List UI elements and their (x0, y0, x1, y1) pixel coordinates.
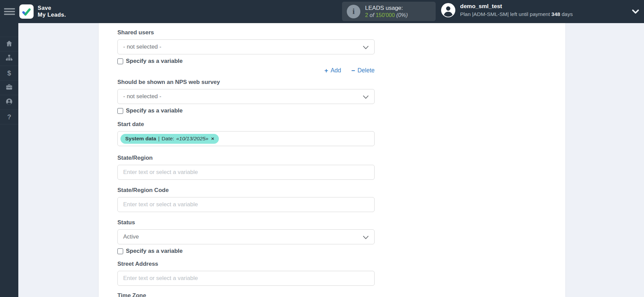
select-value: Active (123, 233, 139, 240)
field-group-street-address: Street Address (117, 260, 375, 286)
field-group-shared-users: Shared users - not selected - Specify as… (117, 29, 375, 74)
field-group-nps-survey: Should be shown an NPS web survey - not … (117, 78, 375, 115)
sidebar-item-billing[interactable]: $ (0, 66, 18, 81)
variable-chip[interactable]: System data | Date: «10/13/2025» × (120, 134, 219, 144)
specify-variable-checkbox[interactable] (117, 248, 123, 254)
specify-variable-label: Specify as a variable (126, 58, 183, 65)
sidebar-item-connections[interactable] (0, 51, 18, 66)
sidebar-item-services[interactable] (0, 81, 18, 95)
account-user-icon (5, 98, 13, 107)
days-left-value: 348 (551, 11, 560, 17)
chevron-down-icon (363, 45, 369, 51)
usage-percent: (0%) (396, 12, 408, 18)
logo-line2: My Leads. (38, 12, 66, 18)
field-group-state-region: State/Region (117, 154, 375, 180)
select-value: - not selected - (123, 93, 161, 100)
services-briefcase-icon (5, 83, 13, 92)
delete-button[interactable]: − Delete (351, 67, 375, 74)
state-region-code-input[interactable] (117, 197, 375, 212)
field-mapping-form: Shared users - not selected - Specify as… (117, 23, 375, 297)
sidebar-item-help[interactable]: ? (0, 110, 18, 124)
logo-line1: Save (38, 5, 66, 12)
home-icon (5, 40, 13, 49)
field-group-state-region-code: State/Region Code (117, 187, 375, 212)
user-account-block[interactable]: demo_sml_test Plan |ADM-SML-SM| left unt… (441, 3, 573, 17)
field-label: Street Address (117, 260, 375, 268)
specify-variable-label: Specify as a variable (126, 107, 183, 114)
user-avatar-icon (441, 3, 455, 17)
days-word: days (562, 11, 573, 17)
specify-variable-label: Specify as a variable (126, 248, 183, 255)
user-plan-info: Plan |ADM-SML-SM| left until payment 348… (460, 11, 573, 17)
leads-usage-badge[interactable]: i LEADS usage: 2 of 150'000 (0%) (342, 2, 436, 21)
field-label: State/Region Code (117, 187, 375, 194)
field-label: Shared users (117, 29, 375, 36)
usage-stats: 2 of 150'000 (0%) (365, 12, 408, 18)
help-question-icon: ? (7, 113, 11, 120)
add-button[interactable]: + Add (324, 67, 341, 74)
info-icon: i (347, 5, 360, 18)
usage-total: 150'000 (376, 12, 395, 18)
user-name: demo_sml_test (460, 3, 573, 10)
select-value: - not selected - (123, 43, 161, 50)
usage-used: 2 (365, 12, 368, 18)
shared-users-select[interactable]: - not selected - (117, 39, 375, 54)
chip-source: System data (125, 136, 156, 142)
sidebar-item-home[interactable] (0, 37, 18, 51)
usage-of: of (370, 12, 374, 18)
status-select[interactable]: Active (117, 229, 375, 244)
logo-text: Save My Leads. (38, 5, 66, 18)
field-group-time-zone: Time Zone (117, 292, 375, 297)
logo-checkmark-icon (19, 4, 34, 19)
field-group-status: Status Active Specify as a variable (117, 219, 375, 255)
sidebar-item-account[interactable] (0, 95, 18, 110)
main-area: Shared users - not selected - Specify as… (18, 23, 644, 297)
chip-prefix: Date: (162, 136, 174, 142)
chip-divider: | (158, 136, 159, 142)
field-group-start-date: Start date System data | Date: «10/13/20… (117, 121, 375, 146)
account-chevron-down-icon[interactable] (632, 9, 639, 16)
specify-variable-checkbox[interactable] (117, 58, 123, 64)
chip-value: «10/13/2025» (176, 136, 208, 142)
field-label: Start date (117, 121, 375, 128)
nps-survey-select[interactable]: - not selected - (117, 89, 375, 104)
plan-text: Plan |ADM-SML-SM| left until payment (460, 11, 550, 17)
street-address-input[interactable] (117, 271, 375, 286)
usage-title: LEADS usage: (365, 5, 408, 12)
top-bar: Save My Leads. i LEADS usage: 2 of 150'0… (0, 0, 644, 23)
chevron-down-icon (363, 234, 369, 241)
connections-sitemap-icon (5, 54, 13, 63)
app-logo[interactable]: Save My Leads. (19, 4, 66, 19)
billing-dollar-icon: $ (7, 70, 11, 76)
field-label: Time Zone (117, 292, 375, 297)
chip-remove-icon[interactable]: × (211, 136, 214, 142)
start-date-input[interactable]: System data | Date: «10/13/2025» × (117, 131, 375, 146)
field-label: Status (117, 219, 375, 226)
plus-icon: + (324, 67, 328, 74)
field-label: Should be shown an NPS web survey (117, 78, 375, 86)
settings-form-card: Shared users - not selected - Specify as… (99, 23, 565, 297)
sidebar: $ ? (0, 23, 18, 297)
chevron-down-icon (363, 94, 369, 101)
hamburger-menu-icon[interactable] (4, 8, 15, 15)
specify-variable-checkbox[interactable] (117, 108, 123, 114)
state-region-input[interactable] (117, 165, 375, 180)
minus-icon: − (351, 67, 355, 74)
field-label: State/Region (117, 154, 375, 162)
